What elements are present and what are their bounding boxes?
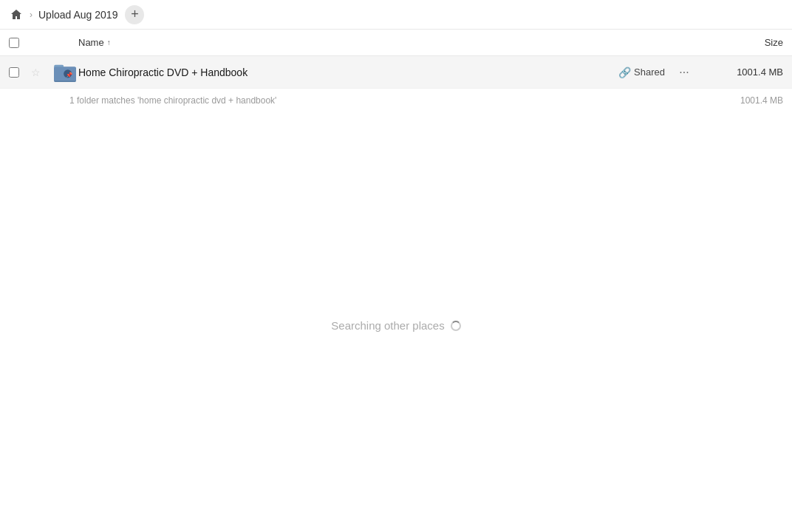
file-icon-wrapper: 📌 xyxy=(52,63,78,82)
size-column-header: Size xyxy=(694,37,783,48)
match-info: 1 folder matches 'home chiropractic dvd … xyxy=(0,89,792,112)
searching-label: Searching other places xyxy=(331,319,444,332)
file-row[interactable]: ☆ 📌 Home Chiropractic DVD + Handbook 🔗 S… xyxy=(0,56,792,89)
name-column-header[interactable]: Name ↑ xyxy=(78,37,694,48)
shared-label: Shared xyxy=(634,66,665,78)
home-icon[interactable] xyxy=(9,7,24,22)
breadcrumb-title: Upload Aug 2019 xyxy=(38,9,117,21)
folder-icon: 📌 xyxy=(54,63,76,82)
file-name: Home Chiropractic DVD + Handbook xyxy=(78,66,618,78)
star-button[interactable]: ☆ xyxy=(31,66,52,78)
column-headers: Name ↑ Size xyxy=(0,30,792,56)
top-bar: › Upload Aug 2019 + xyxy=(0,0,792,30)
match-text: 1 folder matches 'home chiropractic dvd … xyxy=(69,95,694,106)
add-button[interactable]: + xyxy=(125,5,144,24)
sort-arrow-icon: ↑ xyxy=(107,38,111,47)
row-checkbox[interactable] xyxy=(9,67,19,78)
file-size: 1001.4 MB xyxy=(694,66,783,78)
row-checkbox-col xyxy=(9,67,31,78)
select-all-checkbox-col xyxy=(9,38,31,48)
searching-area: Searching other places xyxy=(0,319,792,332)
match-size: 1001.4 MB xyxy=(694,95,783,106)
select-all-checkbox[interactable] xyxy=(9,38,19,48)
breadcrumb-separator: › xyxy=(30,10,33,20)
file-actions: 🔗 Shared ··· xyxy=(618,62,694,83)
more-options-button[interactable]: ··· xyxy=(674,62,694,83)
shared-badge: 🔗 Shared xyxy=(618,66,665,78)
link-icon: 🔗 xyxy=(618,66,631,78)
searching-text: Searching other places xyxy=(331,319,460,332)
svg-text:📌: 📌 xyxy=(66,71,73,78)
loading-spinner xyxy=(451,321,461,331)
